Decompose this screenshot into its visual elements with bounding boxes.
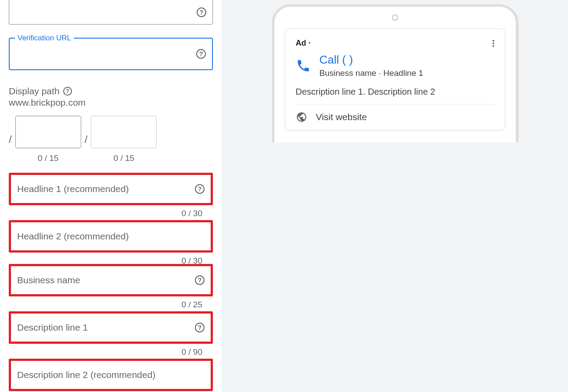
description1-input[interactable] <box>17 322 195 333</box>
description1-highlight <box>9 311 213 344</box>
ad-preview-card: Ad · Call ( ) Business name · Headline 1… <box>285 29 505 130</box>
path2-counter: 0 / 15 <box>114 153 135 163</box>
description2-highlight <box>9 359 213 391</box>
preview-panel: Ad · Call ( ) Business name · Headline 1… <box>222 0 568 392</box>
headline1-input[interactable] <box>17 184 195 194</box>
help-icon[interactable] <box>196 49 206 59</box>
headline2-input[interactable] <box>17 231 205 242</box>
headline1-counter: 0 / 30 <box>9 209 213 218</box>
help-icon[interactable] <box>197 7 206 17</box>
base-url: www.brickpop.com <box>9 97 213 108</box>
phone-frame: Ad · Call ( ) Business name · Headline 1… <box>272 4 518 143</box>
form-panel: Verification URL Display path www.brickp… <box>0 0 222 392</box>
more-icon[interactable] <box>493 40 494 47</box>
help-icon[interactable] <box>195 184 205 194</box>
help-icon[interactable] <box>195 275 205 285</box>
visit-website-label: Visit website <box>316 112 367 122</box>
business-name-counter: 0 / 25 <box>9 300 213 310</box>
path1-input[interactable] <box>15 116 81 148</box>
business-name-field[interactable] <box>11 266 211 294</box>
visit-website-row[interactable]: Visit website <box>296 111 494 123</box>
ad-subline: Business name · Headline 1 <box>320 68 424 78</box>
verification-url-label: Verification URL <box>15 34 74 43</box>
display-path-label: Display path <box>9 86 213 96</box>
description1-counter: 0 / 90 <box>9 347 213 357</box>
headline2-highlight <box>9 220 213 253</box>
phone-icon <box>296 58 311 73</box>
path2-input[interactable] <box>91 116 157 148</box>
description2-input[interactable] <box>17 370 205 380</box>
top-field[interactable] <box>9 0 213 25</box>
description2-field[interactable] <box>11 361 211 389</box>
business-name-highlight <box>9 264 213 296</box>
verification-url-field[interactable]: Verification URL <box>9 38 213 70</box>
phone-speaker <box>392 14 398 21</box>
help-icon[interactable] <box>195 323 205 332</box>
verification-url-input[interactable] <box>16 49 196 59</box>
slash-2: / <box>85 133 88 146</box>
ad-description: Description line 1. Description line 2 <box>296 87 494 104</box>
path-row: / 0 / 15 / 0 / 15 <box>9 116 213 163</box>
call-title: Call ( ) <box>320 53 424 67</box>
headline1-highlight <box>9 173 213 205</box>
path1-counter: 0 / 15 <box>38 153 59 163</box>
display-path-text: Display path <box>9 86 60 96</box>
slash-1: / <box>9 133 12 146</box>
business-name-input[interactable] <box>17 275 195 285</box>
globe-icon <box>296 111 307 123</box>
help-icon[interactable] <box>63 87 72 96</box>
headline1-field[interactable] <box>11 175 211 203</box>
headline2-field[interactable] <box>11 222 211 250</box>
ad-badge: Ad · <box>296 39 311 48</box>
description1-field[interactable] <box>11 314 211 342</box>
